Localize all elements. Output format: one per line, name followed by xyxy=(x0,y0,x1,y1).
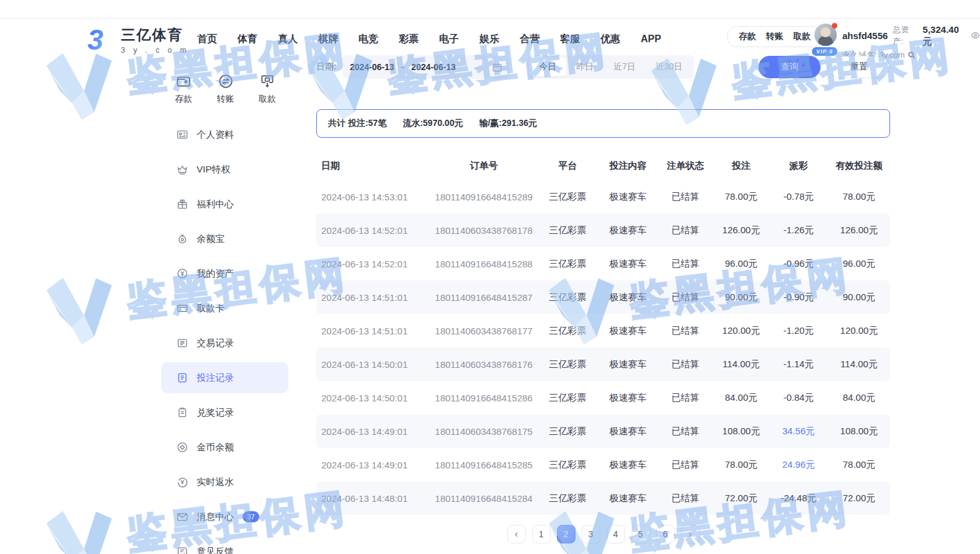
cell-status: 已结算 xyxy=(657,292,713,303)
table-row[interactable]: 2024-06-13 14:49:01 1801140603438768175 … xyxy=(316,414,890,448)
table-row[interactable]: 2024-06-13 14:51:01 1801140603438768177 … xyxy=(316,314,890,347)
site-logo[interactable]: 3 三亿体育 3 y . c o m xyxy=(85,25,189,55)
quick-action-transfer[interactable]: 转账 xyxy=(217,73,234,105)
eye-icon[interactable] xyxy=(971,30,980,40)
cell-content: 极速赛车 xyxy=(599,258,657,270)
nav-esports[interactable]: 电竞 xyxy=(359,33,378,46)
sidebar-item-label: 取款卡 xyxy=(197,303,225,315)
page-button-3[interactable]: 3 xyxy=(582,525,600,543)
nav-slots[interactable]: 电子 xyxy=(439,33,459,46)
cell-content: 极速赛车 xyxy=(599,426,657,437)
cell-date: 2024-06-13 14:50:01 xyxy=(316,393,431,403)
username: ahsfd4556 xyxy=(842,30,888,42)
cell-valid: 96.00元 xyxy=(828,258,890,270)
cell-date: 2024-06-13 14:53:01 xyxy=(316,192,431,202)
cell-date: 2024-06-13 14:49:01 xyxy=(316,460,431,470)
envelope-icon xyxy=(176,511,189,523)
cell-date: 2024-06-13 14:52:01 xyxy=(316,259,431,269)
sidebar-item-transactions[interactable]: 交易记录 xyxy=(161,328,288,359)
nav-lottery[interactable]: 彩票 xyxy=(399,33,419,46)
cell-bet: 120.00元 xyxy=(713,325,769,337)
nav-app[interactable]: APP xyxy=(641,34,661,45)
deposit-wallet-icon xyxy=(176,73,192,89)
cell-valid: 108.00元 xyxy=(828,426,890,437)
cell-valid: 78.00元 xyxy=(828,459,890,471)
sidebar-item-label: VIP特权 xyxy=(197,164,230,176)
nav-entertainment[interactable]: 娱乐 xyxy=(479,33,499,46)
page-prev-button[interactable]: ‹ xyxy=(507,525,526,543)
nav-partnership[interactable]: 合营 xyxy=(520,33,540,46)
nav-promo[interactable]: 优惠 xyxy=(600,33,620,46)
main-nav: 首页 体育 真人 棋牌 电竞 彩票 电子 娱乐 合营 客服 优惠 APP xyxy=(197,19,661,60)
table-body: 2024-06-13 14:53:01 1801140916648415289 … xyxy=(316,180,890,515)
header-deposit-link[interactable]: 存款 xyxy=(739,31,756,42)
col-platform: 平台 xyxy=(537,160,599,172)
quick-action-withdraw[interactable]: 取款 xyxy=(259,73,276,105)
sidebar-item-messages[interactable]: 消息中心 37 xyxy=(161,501,288,532)
withdraw-icon xyxy=(259,73,275,89)
bank-card-icon xyxy=(176,302,189,315)
betting-records-page: 3 三亿体育 3 y . c o m 首页 体育 真人 棋牌 电竞 彩票 电子 … xyxy=(0,0,980,554)
messages-count-badge: 37 xyxy=(243,511,259,522)
table-row[interactable]: 2024-06-13 14:53:01 1801140916648415289 … xyxy=(316,180,890,213)
page-button-1[interactable]: 1 xyxy=(532,525,551,543)
nav-service[interactable]: 客服 xyxy=(560,33,580,46)
cell-valid: 84.00元 xyxy=(828,392,890,404)
cell-valid: 114.00元 xyxy=(828,359,890,370)
page-button-2[interactable]: 2 xyxy=(557,525,576,543)
sidebar-menu: 个人资料 VIP特权 福利中心 余额宝 我的资产 取款卡 xyxy=(155,119,295,554)
table-row[interactable]: 2024-06-13 14:48:01 1801140916648415284 … xyxy=(316,481,890,515)
sidebar-item-profile[interactable]: 个人资料 xyxy=(161,119,288,150)
table-row[interactable]: 2024-06-13 14:49:01 1801140916648415285 … xyxy=(316,448,890,481)
reset-button[interactable]: 重置 xyxy=(828,56,890,78)
cell-bet: 96.00元 xyxy=(713,258,769,270)
sidebar-item-redeem-records[interactable]: 兑奖记录 xyxy=(161,397,288,428)
bet-records-table: 日期 订单号 平台 投注内容 注单状态 投注 派彩 有效投注额 2024-06-… xyxy=(316,151,890,515)
sidebar-item-assets[interactable]: 我的资产 xyxy=(161,258,288,289)
sidebar: 存款 转账 取款 个人资料 VIP特权 xyxy=(155,62,295,111)
range-today-button[interactable]: 今日 xyxy=(529,58,566,76)
sidebar-item-yuebao[interactable]: 余额宝 xyxy=(161,223,288,254)
table-row[interactable]: 2024-06-13 14:51:01 1801140916648415287 … xyxy=(316,280,890,314)
header-transfer-link[interactable]: 转账 xyxy=(766,31,783,42)
cell-content: 极速赛车 xyxy=(599,392,657,404)
nav-home[interactable]: 首页 xyxy=(197,33,217,46)
range-7days-button[interactable]: 近7日 xyxy=(604,58,646,76)
svg-text:3: 3 xyxy=(87,25,104,55)
nav-live[interactable]: 真人 xyxy=(278,33,298,46)
avatar[interactable] xyxy=(814,24,837,46)
page-next-button[interactable]: › xyxy=(681,525,700,543)
coin-icon xyxy=(176,441,189,453)
search-button[interactable]: 查询 xyxy=(759,56,821,78)
cell-content: 极速赛车 xyxy=(599,191,657,203)
date-range-input[interactable]: 2024-06-13 ~ 2024-06-13 xyxy=(342,55,510,79)
sidebar-item-welfare[interactable]: 福利中心 xyxy=(161,189,288,220)
cell-payout: -1.14元 xyxy=(769,359,828,370)
cell-platform: 三亿彩票 xyxy=(537,292,599,303)
cell-content: 极速赛车 xyxy=(599,225,657,236)
cell-order: 1801140916648415286 xyxy=(431,393,537,403)
range-30days-button[interactable]: 近30日 xyxy=(646,58,693,76)
sidebar-item-vip[interactable]: VIP特权 xyxy=(161,154,288,185)
cell-payout: 34.56元 xyxy=(769,426,828,437)
header-withdraw-link[interactable]: 取款 xyxy=(793,31,811,42)
range-yesterday-button[interactable]: 昨日 xyxy=(566,58,604,76)
sidebar-item-coin-balance[interactable]: 金币余额 xyxy=(161,432,288,463)
calendar-icon[interactable] xyxy=(492,62,502,73)
nav-chess[interactable]: 棋牌 xyxy=(318,33,338,46)
search-icon[interactable] xyxy=(907,51,916,60)
nav-sports[interactable]: 体育 xyxy=(238,33,257,46)
sidebar-item-rebate[interactable]: 实时返水 xyxy=(161,467,288,498)
sidebar-item-feedback[interactable]: 意见反馈 xyxy=(161,536,288,554)
page-button-5[interactable]: 5 xyxy=(631,525,650,543)
cell-bet: 78.00元 xyxy=(713,459,769,471)
page-button-4[interactable]: 4 xyxy=(607,525,625,543)
table-row[interactable]: 2024-06-13 14:50:01 1801140916648415286 … xyxy=(316,381,890,414)
table-row[interactable]: 2024-06-13 14:52:01 1801140603438768178 … xyxy=(316,213,890,247)
quick-action-deposit[interactable]: 存款 xyxy=(175,73,192,105)
sidebar-item-bet-records[interactable]: 投注记录 xyxy=(161,362,288,393)
sidebar-item-withdraw-card[interactable]: 取款卡 xyxy=(161,293,288,324)
table-row[interactable]: 2024-06-13 14:52:01 1801140916648415288 … xyxy=(316,247,890,280)
page-button-6[interactable]: 6 xyxy=(656,525,675,543)
table-row[interactable]: 2024-06-13 14:50:01 1801140603438768176 … xyxy=(316,347,890,381)
